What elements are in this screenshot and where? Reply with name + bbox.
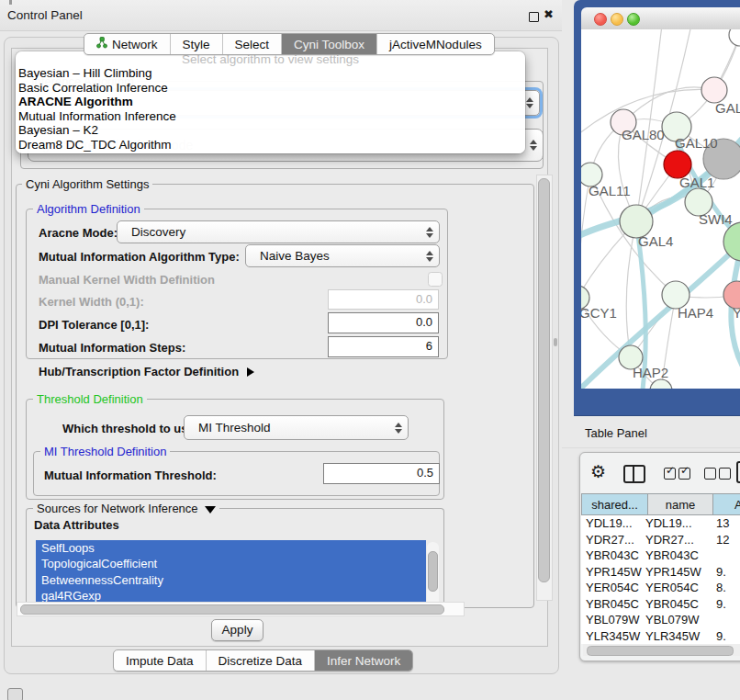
threshold-definition-title: Threshold Definition (33, 392, 147, 406)
algorithm-option-basic-correlation-inference[interactable]: Basic Correlation Inference (16, 81, 525, 96)
manual-kernel-width-checkbox[interactable] (428, 272, 443, 287)
tab-select-label: Select (235, 35, 270, 54)
tab-network[interactable]: Network (84, 34, 170, 54)
aracne-mode-label: Aracne Mode: (39, 226, 118, 240)
table-row[interactable]: YLR345WYLR345W9. (581, 628, 740, 645)
tab-network-label: Network (112, 35, 158, 54)
dock-panel-icon[interactable] (7, 688, 23, 700)
node-label-gal10: GAL10 (675, 135, 718, 151)
columns-icon[interactable] (623, 465, 645, 483)
table-cell: YBR045C (586, 596, 644, 613)
mi-threshold-label: Mutual Information Threshold: (44, 469, 217, 482)
network-node-gal[interactable] (701, 77, 727, 103)
table-cell: YPR145W (586, 564, 644, 581)
attribute-item-gal4rgexp[interactable]: gal4RGexp (36, 588, 426, 602)
attribute-item-topologicalcoefficient[interactable]: TopologicalCoefficient (36, 556, 426, 571)
table-icon[interactable] (736, 461, 740, 483)
network-node[interactable] (650, 379, 672, 389)
table-cell: YBL079W (586, 612, 644, 628)
select-all-check2-icon[interactable]: ✓ (678, 468, 690, 480)
algorithm-option-aracne-algorithm[interactable]: ARACNE Algorithm (16, 95, 525, 109)
table-cell: 12 (716, 532, 740, 548)
select-all-check1-icon[interactable]: ✓ (664, 468, 676, 480)
tab-infer-network[interactable]: Infer Network (314, 650, 412, 671)
apply-button[interactable]: Apply (211, 619, 263, 641)
gear-icon[interactable]: ⚙ (590, 462, 606, 482)
algorithm-option-bayesian-k2[interactable]: Bayesian – K2 (16, 123, 525, 138)
zoom-traffic-light-icon[interactable] (627, 13, 640, 26)
divider (562, 447, 740, 448)
dpi-tolerance-field[interactable]: 0.0 (328, 312, 439, 333)
table-row[interactable]: YBR045CYBR045C9. (581, 596, 740, 613)
panel-splitter-handle[interactable] (554, 338, 557, 346)
tab-jactivemnodules-label: jActiveMNodules (389, 35, 482, 54)
kernel-width-field[interactable]: 0.0 (328, 289, 439, 310)
tab-style[interactable]: Style (170, 34, 222, 54)
float-window-icon[interactable] (529, 12, 539, 22)
tab-impute-data[interactable]: Impute Data (114, 650, 206, 671)
table-row[interactable]: YER054CYER054C8. (581, 580, 740, 596)
table-row[interactable]: YBR043CYBR043C (581, 548, 740, 564)
data-attributes-label: Data Attributes (34, 518, 119, 532)
deselect-all-box1-icon[interactable] (704, 468, 716, 480)
node-label-gcy1: GCY1 (581, 305, 617, 321)
algorithm-option-bayesian-hill-climbing[interactable]: Bayesian – Hill Climbing (16, 66, 525, 81)
combo-arrows-icon (389, 416, 408, 439)
table-cell: YBR043C (645, 548, 712, 564)
column-header-shared[interactable]: shared... (581, 493, 648, 515)
table-cell: 9. (716, 628, 740, 645)
data-attributes-list: SelfLoopsTopologicalCoefficientBetweenne… (36, 540, 426, 602)
table-row[interactable]: YPR145WYPR145W9. (581, 564, 740, 581)
table-cell: 8. (716, 580, 740, 596)
tab-jactivemnodules[interactable]: jActiveMNodules (376, 34, 494, 54)
which-threshold-combo[interactable]: MI Threshold (184, 415, 409, 440)
tab-cyni-toolbox[interactable]: Cyni Toolbox (281, 34, 376, 54)
list-scrollbar-thumb[interactable] (428, 551, 438, 592)
table-cell: YER054C (645, 580, 712, 596)
table-header-row: shared...nameA (581, 493, 740, 515)
attribute-item-selfloops[interactable]: SelfLoops (36, 540, 426, 556)
network-canvas[interactable]: GALGAL80GAL10GAL1GAL11GAL4SWI4GCY1HAP4YH… (581, 29, 740, 389)
tab-discretize-data[interactable]: Discretize Data (206, 650, 315, 671)
node-label-gal: GAL (715, 100, 740, 116)
network-window-titlebar[interactable] (581, 7, 740, 30)
cyni-settings-group-title: Cyni Algorithm Settings (22, 177, 152, 191)
combo-arrows-icon (420, 221, 439, 243)
deselect-all-box2-icon[interactable] (719, 468, 731, 480)
list-scrollbar-track[interactable] (427, 542, 439, 602)
mi-threshold-field[interactable]: 0.5 (323, 463, 440, 484)
settings-hscrollbar-thumb[interactable] (20, 604, 444, 615)
node-label-hap4: HAP4 (678, 305, 713, 321)
close-icon[interactable]: ✖ (544, 7, 554, 21)
mi-algorithm-type-combo[interactable]: Naive Bayes (245, 244, 440, 267)
mi-steps-field[interactable]: 6 (328, 336, 439, 357)
table-row[interactable]: YDL19...YDL19...13 (581, 515, 740, 532)
table-hscrollbar-thumb[interactable] (587, 646, 734, 656)
hub-definition-toggle[interactable]: Hub/Transcription Factor Definition (39, 365, 254, 378)
tab-style-label: Style (183, 35, 210, 54)
node-label-gal80: GAL80 (622, 127, 665, 142)
sources-group-title[interactable]: Sources for Network Inference (33, 502, 219, 515)
aracne-mode-combo[interactable]: Discovery (117, 220, 440, 243)
network-node[interactable] (729, 29, 740, 46)
algorithm-option-dream8-dc-tdc-algorithm[interactable]: Dream8 DC_TDC Algorithm (16, 138, 525, 152)
column-header-name[interactable]: name (648, 493, 713, 515)
attribute-item-betweennesscentrality[interactable]: BetweennessCentrality (36, 572, 426, 588)
table-cell: YDR27... (645, 532, 712, 548)
toolbar-fragment (9, 0, 12, 5)
table-row[interactable]: YDR27...YDR27...12 (581, 532, 740, 548)
which-threshold-value: MI Threshold (185, 421, 389, 435)
column-header-a[interactable]: A (713, 493, 740, 515)
table-cell: YDL19... (645, 515, 712, 532)
node-label-gal4: GAL4 (638, 233, 673, 249)
panel-title: Control Panel (7, 8, 83, 22)
tab-select[interactable]: Select (222, 34, 282, 54)
table-row[interactable]: YBL079WYBL079W (581, 612, 740, 628)
close-traffic-light-icon[interactable] (594, 13, 607, 26)
algorithm-option-mutual-information-inference[interactable]: Mutual Information Inference (16, 109, 525, 124)
application-window: Control Panel ✖ Inference Algorithm gal-… (0, 0, 740, 700)
minimize-traffic-light-icon[interactable] (611, 13, 623, 26)
settings-vscrollbar-thumb[interactable] (538, 178, 550, 582)
tab-discretize-data-label: Discretize Data (219, 651, 303, 671)
table-cell: YPR145W (645, 564, 712, 581)
